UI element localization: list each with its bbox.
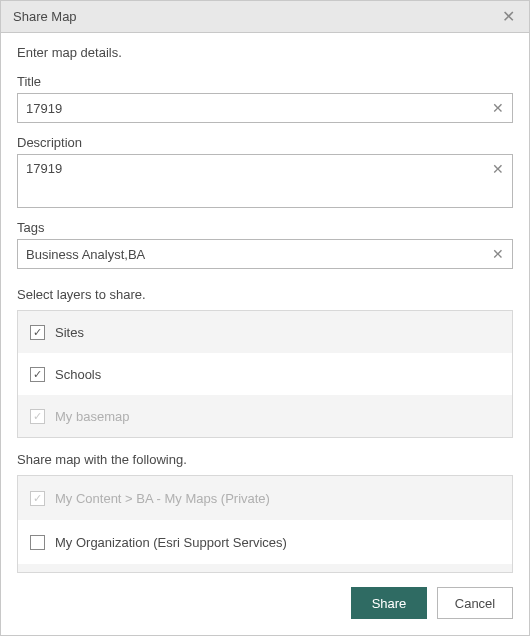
share-with-list[interactable]: ✓ My Content > BA - My Maps (Private) My… <box>17 475 513 573</box>
layers-list: ✓ Sites ✓ Schools ✓ My basemap <box>17 310 513 438</box>
clear-description-icon[interactable]: ✕ <box>484 161 512 177</box>
layer-row-schools[interactable]: ✓ Schools <box>18 353 512 395</box>
share-label: My Organization (Esri Support Services) <box>55 535 287 550</box>
tags-input[interactable] <box>18 240 484 268</box>
tags-label: Tags <box>17 220 513 235</box>
share-button[interactable]: Share <box>351 587 427 619</box>
layers-heading: Select layers to share. <box>17 287 513 302</box>
checkbox-my-basemap: ✓ <box>30 409 45 424</box>
description-input[interactable]: 17919 <box>18 155 484 207</box>
title-input-wrap: ✕ <box>17 93 513 123</box>
description-label: Description <box>17 135 513 150</box>
dialog-title: Share Map <box>13 9 77 24</box>
dialog-footer: Share Cancel <box>1 573 529 635</box>
share-with-heading: Share map with the following. <box>17 452 513 467</box>
tags-input-wrap: ✕ <box>17 239 513 269</box>
close-icon[interactable]: ✕ <box>498 3 519 30</box>
layer-label: Schools <box>55 367 101 382</box>
layer-row-my-basemap: ✓ My basemap <box>18 395 512 437</box>
layer-label: Sites <box>55 325 84 340</box>
checkbox-sites[interactable]: ✓ <box>30 325 45 340</box>
title-input[interactable] <box>18 94 484 122</box>
share-row-my-groups[interactable]: My Groups <box>18 564 512 573</box>
dialog-content: Enter map details. Title ✕ Description 1… <box>1 33 529 573</box>
dialog-subtitle: Enter map details. <box>17 45 513 60</box>
description-input-wrap: 17919 ✕ <box>17 154 513 208</box>
layer-row-sites[interactable]: ✓ Sites <box>18 311 512 353</box>
clear-tags-icon[interactable]: ✕ <box>484 246 512 262</box>
share-label: My Content > BA - My Maps (Private) <box>55 491 270 506</box>
share-row-my-organization[interactable]: My Organization (Esri Support Services) <box>18 520 512 564</box>
share-map-dialog: Share Map ✕ Enter map details. Title ✕ D… <box>0 0 530 636</box>
title-label: Title <box>17 74 513 89</box>
checkbox-my-organization[interactable] <box>30 535 45 550</box>
checkbox-my-content: ✓ <box>30 491 45 506</box>
clear-title-icon[interactable]: ✕ <box>484 100 512 116</box>
share-row-my-content: ✓ My Content > BA - My Maps (Private) <box>18 476 512 520</box>
checkbox-schools[interactable]: ✓ <box>30 367 45 382</box>
layer-label: My basemap <box>55 409 129 424</box>
titlebar: Share Map ✕ <box>1 1 529 33</box>
cancel-button[interactable]: Cancel <box>437 587 513 619</box>
